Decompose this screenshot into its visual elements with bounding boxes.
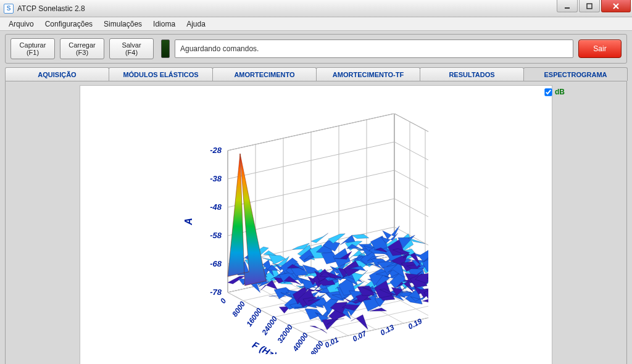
save-key: (F4) xyxy=(125,49,138,56)
load-button[interactable]: Carregar (F3) xyxy=(60,38,104,59)
exit-button[interactable]: Sair xyxy=(578,39,622,58)
load-key: (F3) xyxy=(76,49,88,56)
status-message: Aguardando comandos. xyxy=(175,39,573,58)
window-titlebar: S ATCP Sonelastic 2.8 xyxy=(0,0,632,17)
svg-text:-48: -48 xyxy=(210,202,222,212)
tab-modulos-elasticos[interactable]: MÓDULOS ELÁSTICOS xyxy=(109,67,213,81)
load-label: Carregar xyxy=(69,41,95,49)
svg-text:8000: 8000 xyxy=(230,300,247,318)
toolbar: Capturar (F1) Carregar (F3) Salvar (F4) … xyxy=(5,34,627,64)
svg-text:40000: 40000 xyxy=(291,331,310,353)
db-checkbox-container[interactable]: dB xyxy=(544,88,565,96)
menu-configuracoes[interactable]: Configurações xyxy=(40,19,98,30)
window-title: ATCP Sonelastic 2.8 xyxy=(17,4,85,13)
menu-idioma[interactable]: Idioma xyxy=(148,19,180,30)
menu-bar: Arquivo Configurações Simulações Idioma … xyxy=(0,17,632,31)
window-minimize-button[interactable] xyxy=(557,0,578,12)
svg-text:-28: -28 xyxy=(210,146,222,155)
svg-text:16000: 16000 xyxy=(244,306,264,328)
window-close-button[interactable] xyxy=(601,0,631,12)
tab-aquisicao[interactable]: AQUISIÇÃO xyxy=(5,67,109,81)
tab-amortecimento-tf[interactable]: AMORTECIMENTO-TF xyxy=(316,67,420,81)
tab-amortecimento[interactable]: AMORTECIMENTO xyxy=(212,67,317,81)
db-checkbox[interactable] xyxy=(544,88,552,96)
svg-text:32000: 32000 xyxy=(275,323,294,345)
svg-text:F (Hz): F (Hz) xyxy=(251,339,278,354)
svg-rect-1 xyxy=(587,4,592,9)
tab-resultados[interactable]: RESULTADOS xyxy=(420,67,524,81)
save-button[interactable]: Salvar (F4) xyxy=(109,38,154,59)
db-label: dB xyxy=(555,88,565,96)
capture-button[interactable]: Capturar (F1) xyxy=(10,38,55,59)
svg-text:A: A xyxy=(183,218,194,226)
svg-text:-58: -58 xyxy=(210,231,222,240)
save-label: Salvar xyxy=(122,41,141,49)
svg-text:-68: -68 xyxy=(210,259,222,268)
svg-text:0: 0 xyxy=(218,297,228,305)
tab-espectrograma[interactable]: ESPECTROGRAMA xyxy=(523,67,628,81)
tab-bar: AQUISIÇÃO MÓDULOS ELÁSTICOS AMORTECIMENT… xyxy=(5,67,627,81)
capture-label: Capturar xyxy=(20,41,46,49)
spectrogram-3d-chart: -78-68-58-48-38-28 080001600024000320004… xyxy=(101,114,428,354)
svg-text:t (s): t (s) xyxy=(426,328,428,345)
content-panel: dB -78-68-5 xyxy=(5,81,627,364)
svg-text:24000: 24000 xyxy=(260,315,279,337)
svg-text:-78: -78 xyxy=(210,287,222,297)
svg-text:-38: -38 xyxy=(210,174,222,183)
capture-key: (F1) xyxy=(27,49,39,56)
window-maximize-button[interactable] xyxy=(579,0,600,12)
level-indicator xyxy=(161,39,170,58)
menu-ajuda[interactable]: Ajuda xyxy=(181,19,210,30)
menu-arquivo[interactable]: Arquivo xyxy=(4,19,39,30)
app-icon: S xyxy=(4,4,14,14)
menu-simulacoes[interactable]: Simulações xyxy=(99,19,147,30)
